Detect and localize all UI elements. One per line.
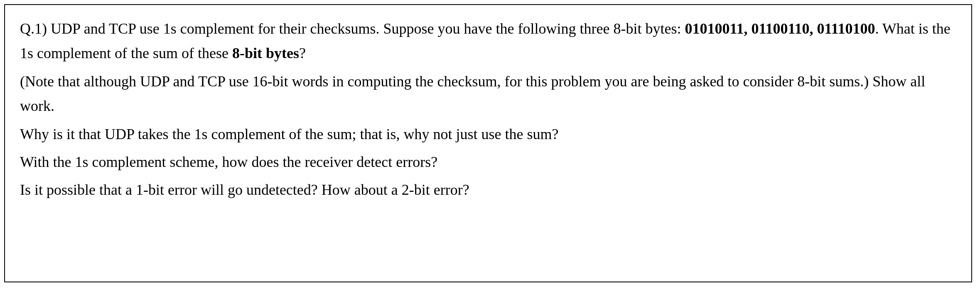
p1-bytes: 01010011, 01100110, 01110100 bbox=[685, 20, 875, 37]
paragraph-note: (Note that although UDP and TCP use 16-b… bbox=[20, 69, 956, 119]
p1-intro: Q.1) UDP and TCP use 1s complement for t… bbox=[20, 20, 685, 37]
note-text: (Note that although UDP and TCP use 16-b… bbox=[20, 73, 925, 114]
paragraph-1: Q.1) UDP and TCP use 1s complement for t… bbox=[20, 17, 956, 66]
error-text: Is it possible that a 1-bit error will g… bbox=[20, 181, 469, 198]
question-box: Q.1) UDP and TCP use 1s complement for t… bbox=[4, 4, 972, 282]
question-text: Q.1) UDP and TCP use 1s complement for t… bbox=[20, 17, 956, 203]
p1-8bit: 8-bit bytes bbox=[232, 45, 299, 61]
why-text: Why is it that UDP takes the 1s compleme… bbox=[20, 126, 559, 142]
p1-end: ? bbox=[299, 45, 306, 61]
paragraph-why: Why is it that UDP takes the 1s compleme… bbox=[20, 122, 956, 147]
paragraph-error: Is it possible that a 1-bit error will g… bbox=[20, 178, 956, 202]
receiver-text: With the 1s complement scheme, how does … bbox=[20, 154, 437, 170]
paragraph-receiver: With the 1s complement scheme, how does … bbox=[20, 150, 956, 174]
